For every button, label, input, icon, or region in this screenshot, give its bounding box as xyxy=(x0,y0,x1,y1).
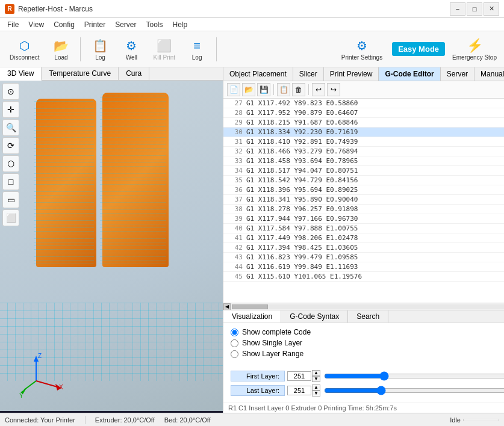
top-view-button[interactable]: □ xyxy=(2,173,19,190)
last-layer-input[interactable] xyxy=(287,386,311,395)
last-layer-slider[interactable] xyxy=(324,386,504,395)
menu-file[interactable]: File xyxy=(2,19,23,30)
menu-help[interactable]: Help xyxy=(168,19,193,30)
tab-gcode-editor[interactable]: G-Code Editor xyxy=(379,67,440,81)
gcode-line[interactable]: 35G1 X118.542 Y94.729 E0.84156 xyxy=(223,176,504,185)
svg-line-6 xyxy=(36,381,57,387)
hscroll-thumb[interactable] xyxy=(232,304,268,309)
show-range-radio[interactable] xyxy=(231,350,238,358)
gcode-line[interactable]: 32G1 X118.466 Y93.279 E0.76894 xyxy=(223,147,504,156)
line-number: 30 xyxy=(226,128,243,136)
front-view-button[interactable]: ▭ xyxy=(2,191,19,208)
first-layer-up[interactable]: ▲ xyxy=(312,370,320,376)
close-button[interactable]: ✕ xyxy=(484,2,499,16)
side-view-button[interactable]: ⬜ xyxy=(2,209,19,226)
tab-manual-control[interactable]: Manual Control xyxy=(474,67,504,81)
line-code: G1 X118.396 Y95.694 E0.89025 xyxy=(246,186,358,194)
show-single-radio[interactable] xyxy=(231,339,238,347)
first-layer-slider[interactable] xyxy=(324,371,504,381)
zoom-button[interactable]: 🔍 xyxy=(2,119,19,136)
gcode-line[interactable]: 36G1 X118.396 Y95.694 E0.89025 xyxy=(223,185,504,195)
gcode-line[interactable]: 29G1 X118.215 Y91.687 E0.68846 xyxy=(223,118,504,128)
tab-visualization[interactable]: Visualization xyxy=(223,310,281,323)
copy-button[interactable]: 📋 xyxy=(277,83,290,96)
hscroll-track[interactable] xyxy=(232,304,504,309)
tab-3dview[interactable]: 3D View xyxy=(0,67,42,81)
show-complete-option[interactable]: Show complete Code xyxy=(231,328,504,336)
load-button[interactable]: 📂 Load xyxy=(46,36,75,62)
easy-mode-button[interactable]: Easy Mode xyxy=(392,42,445,56)
gcode-line[interactable]: 45G1 X115.610 Y101.065 E1.19576 xyxy=(223,272,504,282)
gcode-line[interactable]: 39G1 X117.944 Y97.166 E0.96730 xyxy=(223,214,504,224)
menu-printer[interactable]: Printer xyxy=(79,19,110,30)
gcode-line[interactable]: 44G1 X116.619 Y99.849 E1.11693 xyxy=(223,262,504,272)
gcode-line[interactable]: 41G1 X117.449 Y98.206 E1.02478 xyxy=(223,233,504,243)
right-panel: Object Placement Slicer Print Preview G-… xyxy=(223,67,504,413)
printer-settings-button[interactable]: ⚙ Printer Settings xyxy=(337,36,387,62)
last-layer-down[interactable]: ▼ xyxy=(312,390,320,397)
line-number: 44 xyxy=(226,263,243,271)
line-number: 41 xyxy=(226,234,243,242)
tab-print-preview[interactable]: Print Preview xyxy=(324,67,379,81)
3d-canvas[interactable]: ⊙ ✛ 🔍 ⟳ ⬡ □ ▭ ⬜ Z Y xyxy=(0,81,223,411)
gcode-line[interactable]: 27G1 X117.492 Y89.823 E0.58860 xyxy=(223,99,504,108)
tab-cura[interactable]: Cura xyxy=(119,67,149,80)
menu-server[interactable]: Server xyxy=(110,19,141,30)
horizontal-scrollbar[interactable]: ◀ ▶ xyxy=(223,303,504,310)
emergency-stop-button[interactable]: ⚡ Emergency Stop xyxy=(450,35,499,63)
log-button[interactable]: 📋 Log xyxy=(86,36,114,62)
tab-slicer[interactable]: Slicer xyxy=(293,67,324,81)
disconnect-button[interactable]: ⬡ Disconnect xyxy=(5,36,44,62)
gcode-line[interactable]: 30G1 X118.334 Y92.230 E0.71619 xyxy=(223,128,504,137)
gcode-line[interactable]: 34G1 X118.517 Y94.047 E0.80751 xyxy=(223,166,504,176)
gcode-line[interactable]: 38G1 X118.278 Y96.257 E0.91898 xyxy=(223,205,504,214)
gcode-line[interactable]: 37G1 X118.341 Y95.890 E0.90040 xyxy=(223,195,504,205)
last-layer-up[interactable]: ▲ xyxy=(312,384,320,390)
log2-button[interactable]: ≡ Log xyxy=(182,36,211,62)
killprint-button[interactable]: ⬜ Kill Print xyxy=(148,36,180,62)
show-range-option[interactable]: Show Layer Range xyxy=(231,350,504,358)
show-single-option[interactable]: Show Single Layer xyxy=(231,339,504,347)
line-number: 36 xyxy=(226,186,243,194)
save-file-button[interactable]: 💾 xyxy=(257,83,270,96)
undo-button[interactable]: ↩ xyxy=(312,83,325,96)
open-file-button[interactable]: 📂 xyxy=(242,83,255,96)
gcode-line[interactable]: 31G1 X118.410 Y92.891 E0.74939 xyxy=(223,137,504,147)
line-code: G1 X118.334 Y92.230 E0.71619 xyxy=(246,128,358,136)
tab-object-placement[interactable]: Object Placement xyxy=(223,67,293,81)
gcode-line[interactable]: 42G1 X117.394 Y98.425 E1.03605 xyxy=(223,243,504,253)
redo-button[interactable]: ↪ xyxy=(327,83,340,96)
gcode-line[interactable]: 40G1 X117.584 Y97.888 E1.00755 xyxy=(223,224,504,233)
line-code: G1 X118.278 Y96.257 E0.91898 xyxy=(246,205,358,213)
minimize-button[interactable]: − xyxy=(450,2,465,16)
maximize-button[interactable]: □ xyxy=(467,2,482,16)
tab-gcode-syntax[interactable]: G-Code Syntax xyxy=(281,310,348,323)
hscroll-left[interactable]: ◀ xyxy=(223,303,231,310)
delete-button[interactable]: 🗑 xyxy=(292,83,305,96)
menu-view[interactable]: View xyxy=(23,19,49,30)
tab-tempcurve[interactable]: Temperature Curve xyxy=(42,67,119,80)
menu-tools[interactable]: Tools xyxy=(142,19,168,30)
tab-search[interactable]: Search xyxy=(348,310,388,323)
move-button[interactable]: ✛ xyxy=(2,101,19,118)
show-complete-radio[interactable] xyxy=(231,329,238,336)
isometric-button[interactable]: ⬡ xyxy=(2,155,19,172)
well-button[interactable]: ⚙ Well xyxy=(117,36,146,62)
first-layer-down[interactable]: ▼ xyxy=(312,376,320,382)
axis-arrows: Z Y X xyxy=(18,351,66,399)
svg-text:Z: Z xyxy=(38,353,42,359)
line-code: G1 X117.394 Y98.425 E1.03605 xyxy=(246,244,358,252)
gcode-line[interactable]: 28G1 X117.952 Y90.879 E0.64607 xyxy=(223,108,504,118)
menu-config[interactable]: Config xyxy=(49,19,79,30)
gcode-line[interactable]: 33G1 X118.458 Y93.694 E0.78965 xyxy=(223,156,504,166)
home-view-button[interactable]: ⊙ xyxy=(2,83,19,100)
gcode-line[interactable]: 43G1 X116.823 Y99.479 E1.09585 xyxy=(223,253,504,262)
line-number: 40 xyxy=(226,224,243,232)
rotate-button[interactable]: ⟳ xyxy=(2,137,19,154)
first-layer-input[interactable] xyxy=(287,371,311,381)
line-number: 35 xyxy=(226,176,243,184)
line-number: 31 xyxy=(226,138,243,146)
new-file-button[interactable]: 📄 xyxy=(227,83,240,96)
gcode-editor[interactable]: 27G1 X117.492 Y89.823 E0.5886028G1 X117.… xyxy=(223,99,504,303)
tab-server[interactable]: Server xyxy=(441,67,474,81)
